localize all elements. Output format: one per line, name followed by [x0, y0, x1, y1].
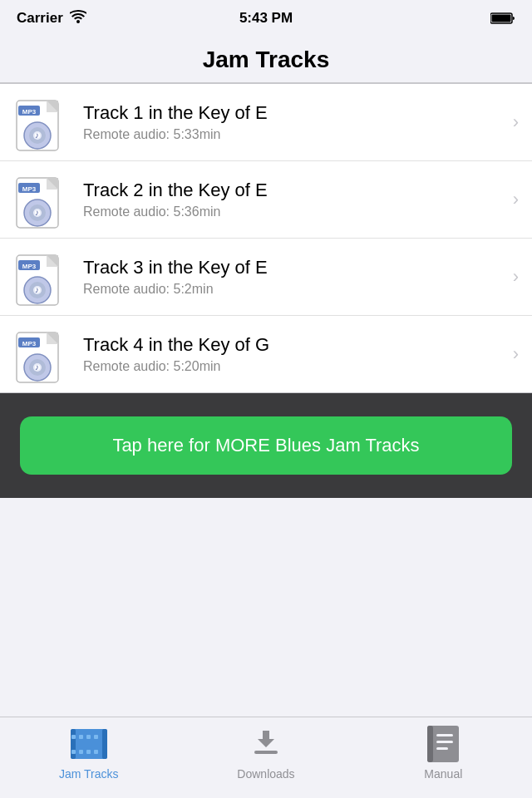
film-strip-icon	[69, 724, 109, 764]
tab-downloads[interactable]: Downloads	[177, 724, 354, 781]
track-item[interactable]: MP3 ♪ Track 1 in the Key of E Remote aud…	[0, 84, 532, 161]
mp3-file-icon: MP3 ♪	[13, 249, 70, 305]
wifi-icon	[70, 10, 86, 27]
track-info: Track 2 in the Key of E Remote audio: 5:…	[83, 180, 506, 219]
more-blues-button[interactable]: Tap here for MORE Blues Jam Tracks	[20, 416, 512, 475]
svg-marker-43	[258, 731, 274, 747]
status-bar: Carrier 5:43 PM	[0, 0, 532, 37]
tab-bar: Jam Tracks Downloads Manual	[0, 717, 532, 798]
nav-title: Jam Tracks	[203, 47, 330, 73]
tab-jam-tracks[interactable]: Jam Tracks	[0, 724, 177, 781]
track-name: Track 4 in the Key of G	[83, 334, 506, 356]
svg-rect-47	[436, 741, 453, 743]
chevron-right-icon: ›	[513, 111, 519, 133]
track-item[interactable]: MP3 ♪ Track 4 in the Key of G Remote aud…	[0, 316, 532, 392]
chevron-right-icon: ›	[513, 266, 519, 288]
svg-text:MP3: MP3	[22, 185, 37, 193]
download-icon	[246, 724, 286, 764]
track-name: Track 2 in the Key of E	[83, 180, 506, 201]
track-detail: Remote audio: 5:36min	[83, 204, 506, 219]
track-info: Track 3 in the Key of E Remote audio: 5:…	[83, 257, 506, 297]
svg-rect-1	[492, 15, 511, 22]
svg-rect-45	[427, 726, 433, 762]
status-time: 5:43 PM	[239, 10, 293, 27]
track-name: Track 1 in the Key of E	[83, 102, 506, 124]
svg-text:MP3: MP3	[22, 108, 37, 116]
track-detail: Remote audio: 5:20min	[83, 359, 506, 374]
tab-downloads-label: Downloads	[237, 767, 294, 781]
svg-text:♪: ♪	[35, 131, 39, 140]
track-item[interactable]: MP3 ♪ Track 2 in the Key of E Remote aud…	[0, 161, 532, 239]
svg-text:♪: ♪	[35, 208, 39, 217]
chevron-right-icon: ›	[513, 189, 519, 210]
battery-icon	[490, 12, 515, 25]
svg-text:♪: ♪	[35, 362, 39, 372]
track-info: Track 1 in the Key of E Remote audio: 5:…	[83, 102, 506, 142]
track-item[interactable]: MP3 ♪ Track 3 in the Key of E Remote aud…	[0, 239, 532, 316]
manual-book-icon	[423, 724, 463, 764]
svg-text:MP3: MP3	[22, 340, 37, 347]
chevron-right-icon: ›	[513, 343, 519, 365]
mp3-file-icon: MP3 ♪	[13, 94, 70, 150]
nav-bar: Jam Tracks	[0, 37, 532, 83]
track-name: Track 3 in the Key of E	[83, 257, 506, 278]
carrier-label: Carrier	[17, 10, 63, 27]
track-info: Track 4 in the Key of G Remote audio: 5:…	[83, 334, 506, 374]
tab-manual-label: Manual	[424, 767, 462, 781]
banner-area: Tap here for MORE Blues Jam Tracks	[0, 393, 532, 498]
status-left: Carrier	[17, 10, 86, 27]
tab-jam-tracks-label: Jam Tracks	[59, 767, 119, 781]
mp3-file-icon: MP3 ♪	[13, 326, 70, 382]
svg-rect-48	[436, 747, 448, 750]
track-detail: Remote audio: 5:33min	[83, 127, 506, 142]
mp3-file-icon: MP3 ♪	[13, 171, 70, 228]
svg-rect-42	[254, 751, 278, 754]
svg-rect-46	[436, 734, 453, 736]
tab-manual[interactable]: Manual	[355, 724, 532, 781]
track-detail: Remote audio: 5:2min	[83, 282, 506, 297]
track-list: MP3 ♪ Track 1 in the Key of E Remote aud…	[0, 83, 532, 393]
svg-text:♪: ♪	[35, 285, 39, 294]
svg-text:MP3: MP3	[22, 263, 37, 270]
